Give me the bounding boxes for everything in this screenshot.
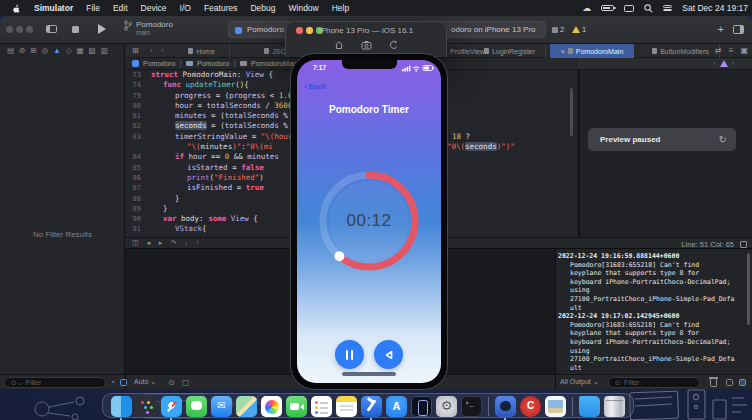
recent-files-icon[interactable]: ◔ xyxy=(110,378,115,387)
menu-item-features[interactable]: Features xyxy=(204,3,238,13)
toggle-navigator-icon[interactable] xyxy=(46,25,57,33)
close-tab-icon[interactable]: × xyxy=(561,48,565,55)
dock-item-photos[interactable] xyxy=(261,396,282,417)
dock-item-safari[interactable] xyxy=(161,396,182,417)
console-filter-field[interactable]: ⊙ Filter xyxy=(608,377,700,388)
debug-gauge-icon[interactable]: ▦ xyxy=(76,46,83,57)
dock-item-github[interactable] xyxy=(495,396,516,417)
hide-variables-icon[interactable] xyxy=(726,379,733,386)
spotlight-icon[interactable] xyxy=(644,4,653,13)
breadcrumb-group[interactable]: Pomodoro xyxy=(197,60,229,67)
menu-item-io[interactable]: I/O xyxy=(180,3,191,13)
dock-item-notes[interactable] xyxy=(336,396,357,417)
cloud-icon[interactable]: ☁ xyxy=(582,4,591,13)
stop-button-phone[interactable] xyxy=(374,340,403,369)
run-button[interactable] xyxy=(98,24,106,34)
menu-item-window[interactable]: Window xyxy=(289,3,319,13)
canvas-toggle-icon[interactable]: ▣ xyxy=(740,46,748,55)
battery-icon[interactable] xyxy=(601,5,614,11)
swap-editor-icon[interactable]: ⇄ xyxy=(715,46,722,55)
tab-buttonmodifiers[interactable]: ButtonModifiers xyxy=(642,44,720,58)
console-scope-selector[interactable]: All Output ⌄ xyxy=(560,378,599,386)
dock-item-xcode[interactable] xyxy=(361,396,382,417)
step-out-icon[interactable]: ↑ xyxy=(196,239,200,247)
screenshot-icon[interactable] xyxy=(361,40,372,50)
step-into-icon[interactable]: ↓ xyxy=(184,239,188,247)
dock-item-downloads[interactable] xyxy=(579,396,600,417)
continue-icon[interactable]: ▸ xyxy=(159,239,163,247)
menu-item-file[interactable]: File xyxy=(86,3,100,13)
tests-icon[interactable]: ◇ xyxy=(66,46,72,57)
minimap-icon[interactable]: ≡ xyxy=(729,46,734,55)
project-navigator-icon[interactable]: ▤ xyxy=(7,46,14,57)
console-output[interactable]: 2022-12-24 19:16:59.888144+0600Pomodoro[… xyxy=(555,249,752,374)
dock-item-finder[interactable] xyxy=(111,396,132,417)
forward-nav-icon[interactable]: › xyxy=(161,46,164,56)
tab-home[interactable]: Home xyxy=(174,44,230,58)
back-nav-icon[interactable]: ‹ xyxy=(150,46,153,56)
stop-button[interactable] xyxy=(72,26,79,33)
grid-icon[interactable]: ⊞ xyxy=(132,46,139,56)
canvas-prev-icon[interactable]: ‹ xyxy=(713,60,715,67)
dock-item-simulator[interactable] xyxy=(411,396,432,417)
variables-view-icon[interactable]: ▢ xyxy=(182,378,190,387)
dock-item-terminal[interactable]: ›_ xyxy=(461,396,482,417)
editor-scrollbar[interactable] xyxy=(570,88,573,136)
hide-console-icon[interactable] xyxy=(739,379,746,386)
breadcrumb-file[interactable]: PomodoroMain xyxy=(251,60,298,67)
zoom-window-button[interactable] xyxy=(26,26,33,33)
close-window-button[interactable] xyxy=(6,26,13,33)
display-icon[interactable] xyxy=(624,5,634,12)
menu-app-name[interactable]: Simulator xyxy=(34,3,73,13)
breadcrumb-project[interactable]: Pomodoro xyxy=(143,60,175,67)
find-icon[interactable]: ◎ xyxy=(42,46,49,57)
dock-item-mail[interactable]: ✉ xyxy=(211,396,232,417)
pause-button[interactable] xyxy=(335,340,364,369)
source-control-icon[interactable]: ⊘ xyxy=(19,46,25,57)
apple-menu-icon[interactable] xyxy=(12,3,21,13)
menu-item-device[interactable]: Device xyxy=(141,3,167,13)
tab-pomodoromain[interactable]: ×PomodoroMain xyxy=(550,44,634,58)
menu-clock[interactable]: Sat Dec 24 19:17 xyxy=(682,3,748,13)
rotate-icon[interactable] xyxy=(389,40,399,50)
dock-item-trash[interactable] xyxy=(604,396,625,417)
control-center-icon[interactable] xyxy=(663,5,672,11)
hide-debug-area-icon[interactable]: ◫ xyxy=(132,239,139,247)
minimize-window-button[interactable] xyxy=(16,26,23,33)
preview-paused-banner[interactable]: Preview paused ↻ xyxy=(588,128,736,151)
dock-item-record[interactable]: C xyxy=(520,396,541,417)
breakpoints-icon[interactable]: ▧ xyxy=(89,46,96,57)
menu-item-edit[interactable]: Edit xyxy=(113,3,128,13)
dock-item-appstore[interactable]: A xyxy=(386,396,407,417)
scheme-selector[interactable]: Pomodoro main xyxy=(124,20,173,37)
menu-item-help[interactable]: Help xyxy=(332,3,349,13)
dock-item-messages[interactable] xyxy=(186,396,207,417)
variables-scope-selector[interactable]: Auto ⌄ xyxy=(134,378,156,386)
symbols-icon[interactable]: ⊞ xyxy=(30,46,36,57)
runtime-issue-icon[interactable] xyxy=(720,60,728,67)
back-button[interactable]: ‹ Back xyxy=(304,82,327,91)
tab-loginregister[interactable]: LoginRegister xyxy=(474,44,546,58)
iphone-screen[interactable]: 7:17 ‹ Back Pomodoro Timer xyxy=(297,60,441,383)
clear-console-icon[interactable] xyxy=(710,379,717,387)
warning-count-badge[interactable]: 1 xyxy=(572,25,586,34)
reports-icon[interactable]: ▥ xyxy=(101,46,108,57)
issue-count-badge[interactable]: 2 xyxy=(552,25,564,34)
filter-toggle-icon[interactable] xyxy=(120,379,127,386)
menu-item-debug[interactable]: Debug xyxy=(250,3,275,13)
code-review-icon[interactable] xyxy=(740,241,747,248)
navigator-filter-field[interactable]: ⊙⌄ Filter xyxy=(4,377,106,388)
dock-item-launchpad[interactable] xyxy=(136,396,157,417)
variables-filter-icon[interactable]: ⊙ xyxy=(168,378,175,387)
console-scrollbar[interactable] xyxy=(747,253,750,325)
home-indicator[interactable] xyxy=(342,372,396,376)
dock-item-facetime[interactable] xyxy=(286,396,307,417)
refresh-icon[interactable]: ↻ xyxy=(719,134,736,145)
simulator-window[interactable]: iPhone 13 Pro — iOS 16.1 xyxy=(285,21,447,57)
issues-icon[interactable]: ▲ xyxy=(53,46,60,57)
breakpoints-toggle-icon[interactable]: ● xyxy=(147,239,151,247)
home-icon[interactable] xyxy=(334,40,344,50)
dock-item-reminders[interactable] xyxy=(311,396,332,417)
dock-item-maps[interactable] xyxy=(236,396,257,417)
canvas-next-icon[interactable]: › xyxy=(732,60,734,67)
